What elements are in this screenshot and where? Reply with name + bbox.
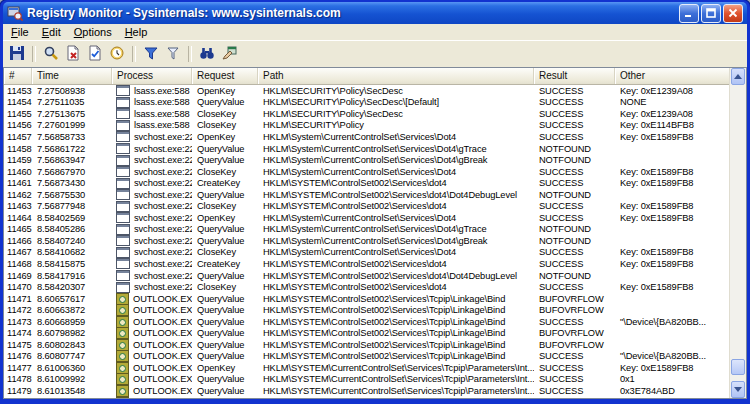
column-header-process[interactable]: Process (112, 68, 192, 84)
event-row[interactable]: 11465 8.58405286 svchost.exe:228 QueryVa… (4, 224, 730, 236)
row-request: QueryValue (192, 97, 258, 107)
row-time: 7.27513675 (32, 109, 112, 119)
event-row[interactable]: 11453 7.27508938 lsass.exe:588 OpenKey H… (4, 85, 730, 97)
capture-button[interactable] (40, 44, 62, 64)
filter-button[interactable] (140, 44, 162, 64)
process-name: OUTLOOK.EX... (133, 351, 192, 361)
title-bar[interactable]: Registry Monitor - Sysinternals: www.sys… (3, 2, 747, 24)
process-icon (116, 235, 130, 246)
event-row[interactable]: 11463 7.56877948 svchost.exe:228 CloseKe… (4, 200, 730, 212)
row-process: svchost.exe:228 (112, 282, 192, 293)
row-process: OUTLOOK.EX... (112, 362, 192, 374)
row-index: 11459 (4, 155, 32, 165)
vertical-scrollbar[interactable] (729, 68, 746, 398)
process-icon (116, 189, 130, 200)
row-other: Key: 0xE1589FB8 (615, 178, 730, 188)
minimize-button[interactable] (679, 4, 699, 23)
row-other: Key: 0xE1589FB8 (615, 259, 730, 269)
row-process: OUTLOOK.EX... (112, 339, 192, 351)
row-result: NOTFOUND (534, 236, 615, 246)
menu-options[interactable]: Options (68, 25, 119, 39)
row-time: 7.27511035 (32, 97, 112, 107)
event-row[interactable]: 11466 8.58407240 svchost.exe:228 QueryVa… (4, 235, 730, 247)
row-process: OUTLOOK.EX... (112, 385, 192, 397)
find-button[interactable] (196, 44, 218, 64)
event-row[interactable]: 11478 8.61009992 OUTLOOK.EX... QueryValu… (4, 374, 730, 386)
event-row[interactable]: 11469 8.58417916 svchost.exe:228 QueryVa… (4, 270, 730, 282)
event-row[interactable]: 11474 8.60798982 OUTLOOK.EX... QueryValu… (4, 327, 730, 339)
process-name: svchost.exe:228 (134, 132, 192, 142)
row-result: NOTFOUND (534, 224, 615, 234)
row-request: QueryValue (192, 190, 258, 200)
event-row[interactable]: 11454 7.27511035 lsass.exe:588 QueryValu… (4, 97, 730, 109)
column-header-time[interactable]: Time (32, 68, 112, 84)
event-row[interactable]: 11461 7.56873430 svchost.exe:228 CreateK… (4, 177, 730, 189)
scrollbar-thumb[interactable] (731, 359, 745, 375)
event-row[interactable]: 11464 8.58402569 svchost.exe:228 OpenKey… (4, 212, 730, 224)
row-request: CloseKey (192, 201, 258, 211)
event-row[interactable]: 11456 7.27601999 lsass.exe:588 CloseKey … (4, 120, 730, 132)
time-format-button[interactable] (106, 44, 128, 64)
event-row[interactable]: 11480 8.61016645 OUTLOOK.EX... QueryValu… (4, 397, 730, 398)
row-index: 11466 (4, 236, 32, 246)
event-row[interactable]: 11477 8.61006360 OUTLOOK.EX... OpenKey H… (4, 362, 730, 374)
row-path: HKLM\SECURITY\Policy\SecDesc (258, 86, 534, 96)
event-row[interactable]: 11470 8.58420307 svchost.exe:228 CloseKe… (4, 281, 730, 293)
event-row[interactable]: 11475 8.60802843 OUTLOOK.EX... QueryValu… (4, 339, 730, 351)
row-other: "\Device\{BA820BB... (615, 317, 730, 327)
row-time: 8.60807747 (32, 351, 112, 361)
event-row[interactable]: 11458 7.56861722 svchost.exe:228 QueryVa… (4, 143, 730, 155)
process-icon (116, 247, 130, 258)
process-name: svchost.exe:228 (134, 178, 192, 188)
column-header-request[interactable]: Request (192, 68, 258, 84)
event-row[interactable]: 11471 8.60657617 OUTLOOK.EX... QueryValu… (4, 293, 730, 305)
row-index: 11460 (4, 167, 32, 177)
scroll-down-arrow-icon[interactable] (731, 381, 745, 398)
row-result: SUCCESS (534, 282, 615, 292)
regedit-jump-button[interactable] (218, 44, 240, 64)
event-row[interactable]: 11467 8.58410682 svchost.exe:228 CloseKe… (4, 247, 730, 259)
process-name: svchost.exe:228 (134, 167, 192, 177)
event-row[interactable]: 11468 8.58415875 svchost.exe:228 CreateK… (4, 258, 730, 270)
column-header-other[interactable]: Other (615, 68, 730, 84)
save-button[interactable] (6, 44, 28, 64)
row-result: SUCCESS (534, 167, 615, 177)
row-result: SUCCESS (534, 374, 615, 384)
event-row[interactable]: 11457 7.56858733 svchost.exe:228 OpenKey… (4, 131, 730, 143)
event-row[interactable]: 11455 7.27513675 lsass.exe:588 CloseKey … (4, 108, 730, 120)
clear-button[interactable] (62, 44, 84, 64)
filter-dialog-button[interactable] (84, 44, 106, 64)
close-button[interactable] (723, 4, 743, 23)
event-row[interactable]: 11479 8.61013548 OUTLOOK.EX... QueryValu… (4, 385, 730, 397)
event-row[interactable]: 11460 7.56867970 svchost.exe:228 CloseKe… (4, 166, 730, 178)
row-index: 11478 (4, 374, 32, 384)
row-other: Key: 0xE1589FB8 (615, 132, 730, 142)
row-index: 11453 (4, 86, 32, 96)
row-request: CloseKey (192, 167, 258, 177)
process-icon (116, 304, 129, 316)
event-row[interactable]: 11473 8.60668959 OUTLOOK.EX... QueryValu… (4, 316, 730, 328)
process-icon (116, 373, 129, 385)
history-depth-button[interactable] (162, 44, 184, 64)
regmon-window: Registry Monitor - Sysinternals: www.sys… (0, 0, 750, 404)
column-header-index[interactable]: # (4, 68, 32, 84)
event-row[interactable]: 11476 8.60807747 OUTLOOK.EX... QueryValu… (4, 351, 730, 363)
process-icon (116, 155, 130, 166)
menu-file[interactable]: File (5, 25, 36, 39)
scroll-up-arrow-icon[interactable] (731, 68, 745, 85)
row-path: HKLM\SYSTEM\ControlSet002\Services\dot4 (258, 282, 534, 292)
menu-edit[interactable]: Edit (36, 25, 68, 39)
maximize-button[interactable] (701, 4, 721, 23)
row-result: SUCCESS (534, 317, 615, 327)
event-row[interactable]: 11472 8.60663872 OUTLOOK.EX... QueryValu… (4, 304, 730, 316)
column-header-path[interactable]: Path (258, 68, 534, 84)
row-result: SUCCESS (534, 97, 615, 107)
row-request: CloseKey (192, 109, 258, 119)
row-other: Key: 0xE114BFB8 (615, 120, 730, 130)
event-row[interactable]: 11462 7.56875530 svchost.exe:228 QueryVa… (4, 189, 730, 201)
row-result: NOTFOUND (534, 190, 615, 200)
column-header-result[interactable]: Result (534, 68, 615, 84)
row-path: HKLM\SECURITY\Policy\SecDesc (258, 109, 534, 119)
event-row[interactable]: 11459 7.56863947 svchost.exe:228 QueryVa… (4, 154, 730, 166)
menu-help[interactable]: Help (119, 25, 155, 39)
